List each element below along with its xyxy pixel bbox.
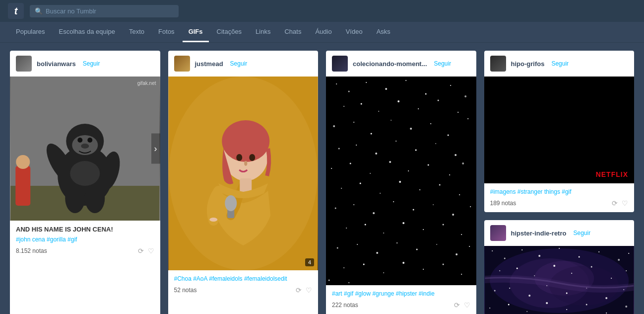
nav-populares[interactable]: Populares bbox=[10, 22, 51, 42]
like-icon-1[interactable]: ♡ bbox=[148, 247, 154, 255]
avatar-3[interactable] bbox=[332, 56, 348, 72]
svg-point-53 bbox=[395, 141, 396, 142]
notes-count-1: 8.152 notas bbox=[16, 247, 47, 254]
svg-point-11 bbox=[85, 183, 105, 213]
svg-rect-24 bbox=[209, 212, 218, 216]
card-header-2: justmead Seguir bbox=[168, 51, 319, 77]
reblog-icon-2[interactable]: ⟳ bbox=[296, 286, 302, 294]
like-icon-3[interactable]: ♡ bbox=[464, 301, 470, 309]
svg-point-102 bbox=[328, 280, 330, 281]
column-4: hipo-grifos Seguir NETFLIX #imagens #str… bbox=[484, 51, 635, 314]
svg-point-28 bbox=[348, 91, 350, 92]
nav-asks[interactable]: Asks bbox=[371, 22, 396, 42]
nav-gifs[interactable]: GIFs bbox=[183, 22, 209, 42]
svg-point-25 bbox=[209, 218, 217, 222]
follow-btn-4b[interactable]: Seguir bbox=[573, 230, 590, 236]
svg-point-14 bbox=[16, 155, 30, 169]
svg-point-46 bbox=[410, 128, 412, 130]
svg-point-58 bbox=[350, 163, 351, 164]
svg-rect-26 bbox=[326, 77, 475, 285]
svg-point-128 bbox=[509, 288, 510, 289]
follow-btn-4a[interactable]: Seguir bbox=[551, 60, 569, 67]
next-arrow-1[interactable]: › bbox=[151, 134, 160, 164]
reblog-icon-1[interactable]: ⟳ bbox=[138, 247, 144, 255]
card-header-1: bolivianwars Seguir bbox=[10, 51, 160, 77]
post-title-1: AND HIS NAME IS JOHN CENA! bbox=[16, 226, 154, 233]
username-3[interactable]: colecionando-moment... bbox=[353, 60, 427, 68]
svg-point-141 bbox=[606, 313, 607, 314]
svg-point-19 bbox=[236, 154, 242, 161]
topbar: t 🔍 bbox=[0, 0, 644, 22]
card-footer-1: AND HIS NAME IS JOHN CENA! #john cena #g… bbox=[10, 221, 160, 260]
posts-grid: bolivianwars Seguir bbox=[0, 43, 644, 314]
nav-video[interactable]: Vídeo bbox=[340, 22, 369, 42]
like-icon-4a[interactable]: ♡ bbox=[622, 199, 628, 207]
post-card-4a: hipo-grifos Seguir NETFLIX #imagens #str… bbox=[484, 51, 635, 212]
svg-point-115 bbox=[578, 256, 580, 258]
svg-point-99 bbox=[423, 269, 424, 270]
svg-point-82 bbox=[383, 233, 384, 234]
username-4a[interactable]: hipo-grifos bbox=[511, 60, 545, 68]
nav-citacoes[interactable]: Citações bbox=[211, 22, 248, 42]
reblog-icon-3[interactable]: ⟳ bbox=[454, 301, 460, 309]
notes-row-2: 52 notas ⟳ ♡ bbox=[174, 286, 313, 294]
post-tags-2[interactable]: #Choa #AoA #femaleidols #femaleidolsedit bbox=[174, 275, 313, 282]
svg-point-55 bbox=[435, 143, 436, 144]
singer-illustration bbox=[168, 77, 319, 270]
username-1[interactable]: bolivianwars bbox=[37, 60, 76, 68]
svg-point-49 bbox=[467, 118, 468, 119]
like-icon-2[interactable]: ♡ bbox=[306, 286, 312, 294]
avatar-4a[interactable] bbox=[490, 56, 506, 72]
svg-point-95 bbox=[343, 267, 344, 268]
nav-texto[interactable]: Texto bbox=[123, 22, 150, 42]
notes-row-4a: 189 notas ⟳ ♡ bbox=[490, 199, 629, 207]
card-footer-3: #art #gif #glow #grunge #hipster #indie … bbox=[326, 285, 476, 314]
svg-point-142 bbox=[625, 306, 627, 308]
svg-point-63 bbox=[449, 174, 450, 175]
username-2[interactable]: justmead bbox=[195, 60, 223, 68]
svg-point-133 bbox=[605, 297, 607, 299]
post-tags-4a[interactable]: #imagens #stranger things #gif bbox=[490, 188, 629, 195]
svg-point-121 bbox=[534, 275, 535, 276]
nav-chats[interactable]: Chats bbox=[278, 22, 307, 42]
svg-point-86 bbox=[461, 234, 462, 235]
avatar-1[interactable] bbox=[16, 56, 32, 72]
svg-point-54 bbox=[415, 150, 417, 151]
svg-point-37 bbox=[378, 111, 379, 112]
svg-point-64 bbox=[462, 162, 464, 164]
svg-point-139 bbox=[566, 309, 567, 310]
svg-point-47 bbox=[430, 123, 431, 124]
nav-links[interactable]: Links bbox=[250, 22, 276, 42]
action-icons-4a: ⟳ ♡ bbox=[612, 199, 628, 207]
nav-audio[interactable]: Áudio bbox=[309, 22, 337, 42]
follow-btn-3[interactable]: Seguir bbox=[434, 60, 451, 67]
post-card-3: colecionando-moment... Seguir bbox=[326, 51, 476, 314]
svg-point-40 bbox=[438, 100, 439, 101]
svg-point-23 bbox=[225, 195, 237, 211]
svg-point-94 bbox=[469, 246, 470, 247]
follow-btn-2[interactable]: Seguir bbox=[230, 60, 248, 67]
svg-point-84 bbox=[423, 229, 424, 230]
card-header-3: colecionando-moment... Seguir bbox=[326, 51, 476, 77]
post-tags-3[interactable]: #art #gif #glow #grunge #hipster #indie bbox=[332, 290, 470, 297]
username-4b[interactable]: hipster-indie-retro bbox=[511, 230, 567, 237]
card-footer-4a: #imagens #stranger things #gif 189 notas… bbox=[484, 183, 635, 212]
avatar-2[interactable] bbox=[174, 56, 190, 72]
nav-escolhas[interactable]: Escolhas da equipe bbox=[53, 22, 121, 42]
post-image-4a: NETFLIX bbox=[484, 77, 635, 183]
svg-point-87 bbox=[337, 247, 338, 249]
svg-point-76 bbox=[413, 209, 414, 211]
svg-point-78 bbox=[452, 214, 454, 216]
avatar-4b[interactable] bbox=[490, 225, 506, 241]
reblog-icon-4a[interactable]: ⟳ bbox=[612, 199, 618, 207]
search-input[interactable] bbox=[46, 7, 174, 15]
svg-point-140 bbox=[585, 304, 587, 306]
svg-point-42 bbox=[333, 125, 335, 127]
svg-point-29 bbox=[366, 82, 367, 83]
svg-point-93 bbox=[455, 253, 457, 255]
post-tags-1[interactable]: #john cena #gorilla #gif bbox=[16, 236, 154, 243]
follow-btn-1[interactable]: Seguir bbox=[83, 60, 100, 67]
svg-rect-104 bbox=[485, 77, 634, 183]
nav-fotos[interactable]: Fotos bbox=[152, 22, 181, 42]
tumblr-logo[interactable]: t bbox=[8, 3, 24, 19]
